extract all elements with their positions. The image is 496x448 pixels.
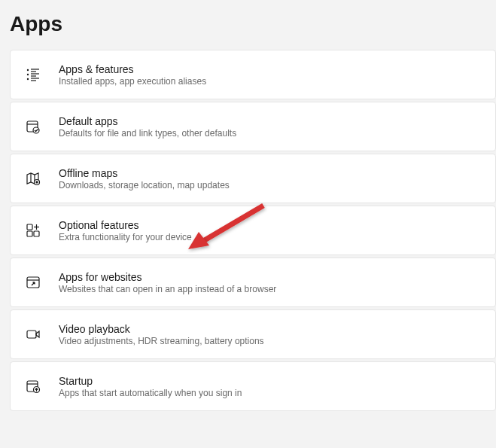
offline-maps-icon bbox=[24, 169, 42, 187]
card-text: Offline maps Downloads, storage location… bbox=[59, 167, 230, 190]
card-text: Apps for websites Websites that can open… bbox=[59, 271, 276, 294]
card-subtitle: Extra functionality for your device bbox=[59, 232, 192, 242]
svg-point-0 bbox=[27, 69, 29, 71]
card-subtitle: Downloads, storage location, map updates bbox=[59, 180, 230, 190]
card-text: Optional features Extra functionality fo… bbox=[59, 219, 192, 242]
card-video-playback[interactable]: Video playback Video adjustments, HDR st… bbox=[10, 309, 496, 359]
optional-features-icon bbox=[24, 221, 42, 239]
card-subtitle: Defaults for file and link types, other … bbox=[59, 128, 236, 139]
svg-rect-22 bbox=[27, 331, 36, 338]
settings-list: Apps & features Installed apps, app exec… bbox=[0, 50, 496, 411]
apps-features-icon bbox=[24, 66, 42, 84]
svg-rect-15 bbox=[27, 224, 32, 230]
card-offline-maps[interactable]: Offline maps Downloads, storage location… bbox=[10, 154, 496, 203]
card-title: Apps & features bbox=[59, 63, 206, 75]
svg-rect-17 bbox=[34, 231, 39, 236]
card-optional-features[interactable]: Optional features Extra functionality fo… bbox=[10, 206, 496, 255]
card-title: Default apps bbox=[59, 115, 236, 127]
page-title: Apps bbox=[0, 0, 496, 50]
card-text: Apps & features Installed apps, app exec… bbox=[59, 63, 206, 87]
svg-rect-16 bbox=[27, 231, 32, 236]
video-playback-icon bbox=[24, 325, 42, 343]
card-subtitle: Websites that can open in an app instead… bbox=[59, 284, 276, 294]
card-apps-features[interactable]: Apps & features Installed apps, app exec… bbox=[10, 50, 496, 99]
card-default-apps[interactable]: Default apps Defaults for file and link … bbox=[10, 102, 496, 151]
startup-icon bbox=[24, 377, 42, 395]
card-apps-for-websites[interactable]: Apps for websites Websites that can open… bbox=[10, 258, 496, 307]
card-title: Startup bbox=[59, 375, 242, 387]
default-apps-icon bbox=[24, 117, 42, 136]
card-title: Offline maps bbox=[59, 167, 230, 179]
card-title: Optional features bbox=[59, 219, 192, 231]
card-title: Video playback bbox=[59, 323, 264, 335]
svg-point-11 bbox=[33, 127, 39, 133]
apps-for-websites-icon bbox=[24, 273, 42, 291]
card-startup[interactable]: Startup Apps that start automatically wh… bbox=[10, 361, 496, 411]
card-subtitle: Video adjustments, HDR streaming, batter… bbox=[59, 336, 264, 346]
svg-point-2 bbox=[27, 78, 29, 80]
card-text: Default apps Defaults for file and link … bbox=[59, 115, 236, 139]
card-text: Video playback Video adjustments, HDR st… bbox=[59, 323, 264, 346]
card-subtitle: Apps that start automatically when you s… bbox=[59, 388, 242, 398]
card-subtitle: Installed apps, app execution aliases bbox=[59, 76, 206, 87]
card-title: Apps for websites bbox=[59, 271, 276, 283]
svg-point-1 bbox=[27, 74, 29, 75]
card-text: Startup Apps that start automatically wh… bbox=[59, 375, 242, 398]
